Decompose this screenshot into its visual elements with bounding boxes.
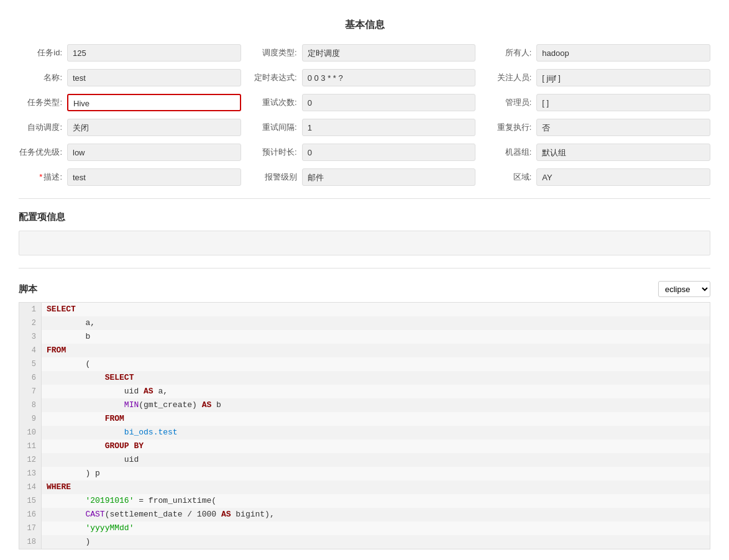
- value-schedule-type: 定时调度: [302, 44, 476, 62]
- form-row-task-type: 任务类型: Hive: [19, 94, 241, 111]
- basic-info-title: 基本信息: [19, 12, 710, 32]
- label-task-id: 任务id:: [19, 47, 62, 58]
- script-theme-select[interactable]: eclipse dracula monokai: [658, 281, 710, 297]
- code-line-14: 14 WHERE: [19, 480, 710, 494]
- code-line-6: 6 SELECT: [19, 371, 710, 385]
- line-num-4: 4: [19, 344, 42, 357]
- form-row-cron: 定时表达式: 0 0 3 * * ?: [254, 69, 476, 86]
- line-num-7: 7: [19, 385, 42, 398]
- value-auto-schedule: 关闭: [67, 119, 241, 136]
- line-content-14: WHERE: [42, 480, 76, 494]
- line-num-5: 5: [19, 357, 42, 371]
- line-content-10: bi_ods.test: [42, 426, 183, 439]
- line-content-8: MIN(gmt_create) AS b: [42, 398, 226, 412]
- form-row-retry-interval: 重试间隔: 1: [254, 119, 476, 136]
- code-line-2: 2 a,: [19, 316, 710, 330]
- label-cron: 定时表达式:: [254, 72, 297, 83]
- value-alarm: 邮件: [302, 168, 476, 186]
- form-col-3: 所有人: hadoop 关注人员: [ jiijf ] 管理员: [ ] 重复执…: [488, 44, 710, 186]
- form-row-machine-group: 机器组: 默认组: [488, 144, 710, 161]
- form-row-desc: 描述: test: [19, 168, 241, 186]
- form-row-priority: 任务优先级: low: [19, 144, 241, 161]
- script-header: 脚本 eclipse dracula monokai: [19, 281, 710, 297]
- line-content-2: a,: [42, 316, 100, 330]
- code-line-12: 12 uid: [19, 453, 710, 467]
- line-num-6: 6: [19, 371, 42, 385]
- code-line-1: 1 SELECT: [19, 303, 710, 316]
- line-num-16: 16: [19, 508, 42, 521]
- value-machine-group: 默认组: [536, 144, 710, 161]
- code-line-16: 16 CAST(settlement_date / 1000 AS bigint…: [19, 508, 710, 521]
- page-container: 基本信息 任务id: 125 名称: test 任务类型: Hive 自动调度:…: [0, 0, 729, 560]
- line-content-13: ) p: [42, 467, 105, 480]
- value-desc: test: [67, 168, 241, 186]
- line-content-6: SELECT: [42, 371, 139, 385]
- form-row-followers: 关注人员: [ jiijf ]: [488, 69, 710, 86]
- value-retry-count: 0: [302, 94, 476, 111]
- form-row-auto-schedule: 自动调度: 关闭: [19, 119, 241, 136]
- value-followers: [ jiijf ]: [536, 69, 710, 86]
- script-section: 脚本 eclipse dracula monokai 1 SELECT 2 a,…: [19, 281, 710, 549]
- line-num-3: 3: [19, 330, 42, 344]
- form-row-owner: 所有人: hadoop: [488, 44, 710, 62]
- code-line-13: 13 ) p: [19, 467, 710, 480]
- value-task-type: Hive: [67, 94, 241, 111]
- divider-1: [19, 198, 710, 199]
- code-line-18: 18 ): [19, 535, 710, 549]
- form-row-schedule-type: 调度类型: 定时调度: [254, 44, 476, 62]
- line-num-10: 10: [19, 426, 42, 439]
- label-zone: 区域:: [488, 172, 531, 183]
- line-content-9: FROM: [42, 412, 129, 426]
- label-repeat: 重复执行:: [488, 122, 531, 133]
- value-task-id: 125: [67, 44, 241, 62]
- config-content-area: [19, 231, 710, 255]
- code-line-4: 4 FROM: [19, 344, 710, 357]
- line-content-18: ): [42, 535, 95, 549]
- line-num-13: 13: [19, 467, 42, 480]
- label-alarm: 报警级别: [254, 172, 297, 183]
- line-content-12: uid: [42, 453, 144, 467]
- line-num-2: 2: [19, 316, 42, 330]
- value-owner: hadoop: [536, 44, 710, 62]
- line-num-1: 1: [19, 303, 42, 316]
- code-line-8: 8 MIN(gmt_create) AS b: [19, 398, 710, 412]
- value-cron: 0 0 3 * * ?: [302, 69, 476, 86]
- label-admin: 管理员:: [488, 97, 531, 108]
- label-retry-interval: 重试间隔:: [254, 122, 297, 133]
- label-retry-count: 重试次数:: [254, 97, 297, 108]
- value-admin: [ ]: [536, 94, 710, 111]
- line-num-15: 15: [19, 494, 42, 508]
- form-col-1: 任务id: 125 名称: test 任务类型: Hive 自动调度: 关闭 任…: [19, 44, 241, 186]
- line-num-18: 18: [19, 535, 42, 549]
- line-num-8: 8: [19, 398, 42, 412]
- form-row-zone: 区域: AY: [488, 168, 710, 186]
- line-content-16: CAST(settlement_date / 1000 AS bigint),: [42, 508, 280, 521]
- line-num-11: 11: [19, 439, 42, 453]
- line-content-3: b: [42, 330, 95, 344]
- label-desc: 描述:: [19, 172, 62, 183]
- label-followers: 关注人员:: [488, 72, 531, 83]
- code-line-5: 5 (: [19, 357, 710, 371]
- code-line-7: 7 uid AS a,: [19, 385, 710, 398]
- value-duration: 0: [302, 144, 476, 161]
- config-section: 配置项信息: [19, 211, 710, 255]
- code-line-15: 15 '20191016' = from_unixtime(: [19, 494, 710, 508]
- code-line-11: 11 GROUP BY: [19, 439, 710, 453]
- form-row-repeat: 重复执行: 否: [488, 119, 710, 136]
- form-row-name: 名称: test: [19, 69, 241, 86]
- line-content-1: SELECT: [42, 303, 81, 316]
- value-retry-interval: 1: [302, 119, 476, 136]
- label-owner: 所有人:: [488, 47, 531, 58]
- label-auto-schedule: 自动调度:: [19, 122, 62, 133]
- label-machine-group: 机器组:: [488, 147, 531, 158]
- form-row-alarm: 报警级别 邮件: [254, 168, 476, 186]
- form-row-retry-count: 重试次数: 0: [254, 94, 476, 111]
- line-num-9: 9: [19, 412, 42, 426]
- line-num-14: 14: [19, 480, 42, 494]
- label-duration: 预计时长:: [254, 147, 297, 158]
- code-editor[interactable]: 1 SELECT 2 a, 3 b 4 FROM 5: [19, 302, 710, 549]
- label-priority: 任务优先级:: [19, 147, 62, 158]
- form-row-admin: 管理员: [ ]: [488, 94, 710, 111]
- code-line-9: 9 FROM: [19, 412, 710, 426]
- label-name: 名称:: [19, 72, 62, 83]
